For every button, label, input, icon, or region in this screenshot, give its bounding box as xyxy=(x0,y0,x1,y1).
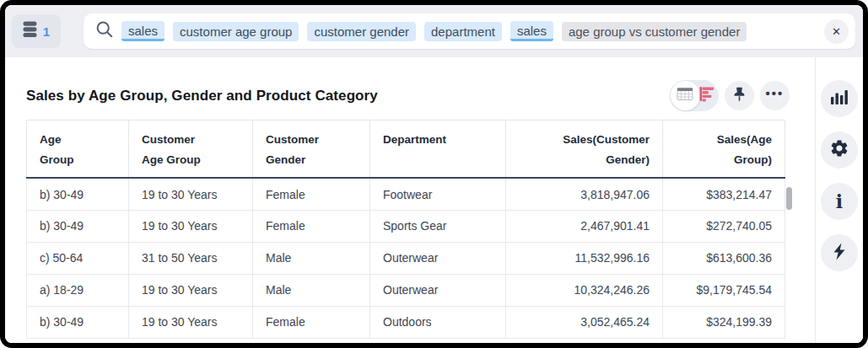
table-cell: Female xyxy=(253,210,370,242)
table-cell: $272,740.05 xyxy=(663,210,785,242)
details-button[interactable]: i xyxy=(821,183,858,220)
column-header[interactable]: Sales(CustomerGender) xyxy=(506,120,663,179)
pin-button[interactable] xyxy=(725,81,754,110)
table-cell: Outdoors xyxy=(370,306,506,338)
window-frame: 1 salescustomer age groupcustomer gender… xyxy=(0,0,868,348)
search-token[interactable]: customer age group xyxy=(173,22,299,41)
answer-title: Sales by Age Group, Gender and Product C… xyxy=(26,88,378,104)
close-icon: ✕ xyxy=(832,25,841,38)
table-body: b) 30-4919 to 30 YearsFemaleFootwear3,81… xyxy=(27,178,785,338)
database-icon xyxy=(23,21,37,41)
table-cell: Outerwear xyxy=(370,274,506,306)
table-cell: Footwear xyxy=(370,178,506,210)
table-header-row: AgeGroupCustomerAge GroupCustomerGenderD… xyxy=(27,120,785,179)
search-topbar: 1 salescustomer age groupcustomer gender… xyxy=(5,5,863,57)
chart-view-icon[interactable] xyxy=(699,86,714,105)
datasource-count-badge: 1 xyxy=(43,24,50,39)
table-cell: a) 18-29 xyxy=(27,274,129,306)
column-header[interactable]: Sales(AgeGroup) xyxy=(663,120,785,179)
column-header[interactable]: CustomerAge Group xyxy=(129,120,253,179)
table-cell: Female xyxy=(253,178,370,210)
table-cell: b) 30-49 xyxy=(27,306,129,338)
table-cell: b) 30-49 xyxy=(27,210,129,242)
search-token-list: salescustomer age groupcustomer genderde… xyxy=(121,21,824,41)
table-cell: Female xyxy=(253,306,370,338)
table-cell: $383,214.47 xyxy=(663,178,785,210)
ellipsis-icon: ••• xyxy=(766,87,784,104)
table-cell: 19 to 30 Years xyxy=(129,178,253,210)
search-icon xyxy=(95,20,114,42)
answer-toolbar: ••• xyxy=(670,80,790,111)
datasource-button[interactable]: 1 xyxy=(12,14,61,48)
column-header[interactable]: AgeGroup xyxy=(27,120,129,179)
search-token[interactable]: department xyxy=(424,22,502,41)
column-header[interactable]: CustomerGender xyxy=(253,120,370,179)
search-bar[interactable]: salescustomer age groupcustomer genderde… xyxy=(84,13,855,49)
table-row[interactable]: b) 30-4919 to 30 YearsFemaleOutdoors3,05… xyxy=(27,306,785,338)
table-cell: 3,052,465.24 xyxy=(506,306,663,338)
pin-icon xyxy=(732,86,747,106)
table-cell: Male xyxy=(253,242,370,274)
answer-header: Sales by Age Group, Gender and Product C… xyxy=(26,80,815,111)
configure-button[interactable] xyxy=(821,131,858,169)
table-vertical-scrollbar[interactable] xyxy=(786,187,792,210)
table-row[interactable]: a) 18-2919 to 30 YearsMaleOuterwear10,32… xyxy=(27,274,785,306)
table-cell: 19 to 30 Years xyxy=(129,274,253,306)
table-cell: 19 to 30 Years xyxy=(129,210,253,242)
table-row[interactable]: b) 30-4919 to 30 YearsFemaleSports Gear2… xyxy=(27,210,785,242)
spotiq-button[interactable] xyxy=(821,234,858,271)
table-chart-toggle[interactable] xyxy=(670,80,719,111)
table-cell: Male xyxy=(253,274,370,306)
table-cell: 31 to 50 Years xyxy=(129,242,253,274)
app-window: 1 salescustomer age groupcustomer gender… xyxy=(5,5,863,343)
bar-chart-icon xyxy=(830,88,849,109)
table-cell: c) 50-64 xyxy=(27,242,129,274)
content-area: Sales by Age Group, Gender and Product C… xyxy=(5,57,863,343)
table-cell: Sports Gear xyxy=(370,210,506,242)
column-header[interactable]: Department xyxy=(370,120,506,179)
lightning-bolt-icon xyxy=(833,243,846,264)
table-cell: b) 30-49 xyxy=(27,178,129,210)
table-cell: 2,467,901.41 xyxy=(506,210,663,242)
table-row[interactable]: b) 30-4919 to 30 YearsFemaleFootwear3,81… xyxy=(27,178,785,210)
table-cell: 3,818,947.06 xyxy=(506,178,663,210)
table-row[interactable]: c) 50-6431 to 50 YearsMaleOuterwear11,53… xyxy=(27,242,785,274)
result-table: AgeGroupCustomerAge GroupCustomerGenderD… xyxy=(26,120,785,339)
info-icon: i xyxy=(836,192,843,211)
clear-search-button[interactable]: ✕ xyxy=(824,19,849,44)
more-options-button[interactable]: ••• xyxy=(760,81,790,110)
table-cell: $324,199.39 xyxy=(663,306,785,338)
gear-icon xyxy=(829,138,849,162)
search-token[interactable]: customer gender xyxy=(307,22,416,41)
table-cell: Outerwear xyxy=(370,242,506,274)
table-cell: $613,600.36 xyxy=(663,242,785,274)
search-token[interactable]: sales xyxy=(121,21,164,41)
search-token[interactable]: age group vs customer gender xyxy=(562,22,747,41)
table-cell: $9,179,745.54 xyxy=(663,274,785,306)
table-view-icon[interactable] xyxy=(677,87,693,104)
table-cell: 19 to 30 Years xyxy=(129,306,253,338)
change-visualization-button[interactable] xyxy=(821,80,858,117)
right-action-sidebar: i xyxy=(815,57,863,343)
table-cell: 11,532,996.16 xyxy=(506,242,663,274)
table-cell: 10,324,246.26 xyxy=(506,274,663,306)
answer-panel: Sales by Age Group, Gender and Product C… xyxy=(5,57,815,343)
search-token[interactable]: sales xyxy=(510,21,553,41)
